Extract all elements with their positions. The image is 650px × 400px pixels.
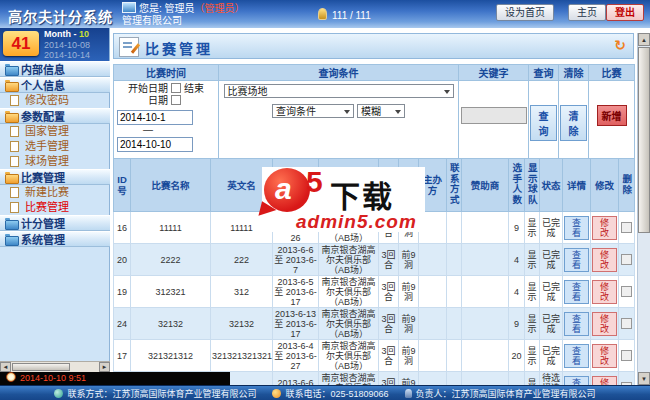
start-date-checkbox[interactable] [171, 83, 181, 93]
fuzzy-select[interactable]: 模糊 [357, 104, 405, 118]
user-role: （管理员） [195, 3, 245, 14]
vertical-scrollbar-thumb[interactable] [638, 47, 650, 233]
cell-contact [447, 212, 462, 244]
view-button[interactable]: 查看 [564, 280, 589, 304]
calendar-month-value: 10 [79, 29, 89, 39]
start-date-input[interactable] [117, 110, 193, 125]
cell-status: 已完成 [540, 276, 563, 308]
start-date-label: 开始日期 [128, 83, 168, 94]
user-info: 您是: 管理员（管理员） 管理有限公司 [122, 2, 245, 27]
edit-button[interactable]: 修改 [592, 280, 617, 304]
scroll-right-arrow-icon[interactable]: ► [99, 362, 110, 372]
cell-id: 17 [114, 340, 131, 372]
edit-button[interactable]: 修改 [592, 312, 617, 336]
sidebar-group[interactable]: 计分管理 [0, 215, 110, 231]
cell-rounds: 3回合 [379, 276, 399, 308]
sidebar-item[interactable]: 比赛管理 [0, 200, 110, 215]
scroll-up-arrow-icon[interactable]: ▲ [638, 33, 650, 46]
sidebar-group[interactable]: 个人信息 [0, 77, 110, 93]
view-button[interactable]: 查看 [564, 344, 589, 368]
sidebar-group[interactable]: 参数配置 [0, 108, 110, 124]
page-icon [10, 187, 19, 198]
sidebar-item[interactable]: 球场管理 [0, 154, 110, 169]
cell-edit: 修改 [591, 276, 619, 308]
delete-checkbox[interactable] [621, 318, 632, 329]
delete-checkbox[interactable] [621, 254, 632, 265]
sidebar-item[interactable]: 选手管理 [0, 139, 110, 154]
cell-id: 16 [114, 212, 131, 244]
search-header-keyword: 关键字 [459, 65, 529, 81]
sidebar-item[interactable]: 修改密码 [0, 93, 110, 108]
logout-button[interactable]: 登出 [606, 4, 644, 21]
sidebar-item[interactable]: 国家管理 [0, 124, 110, 139]
menu-label: 个人信息 [21, 80, 65, 92]
end-date-input[interactable] [117, 137, 193, 152]
cell-delete [619, 340, 635, 372]
cell-contact [447, 244, 462, 276]
document-edit-icon [119, 37, 139, 57]
cell-team-toggle[interactable]: 显示 [525, 308, 540, 340]
venue-select[interactable]: 比赛场地 [224, 84, 454, 98]
menu-label: 比赛管理 [25, 201, 69, 213]
cell-rounds: 3回合 [379, 244, 399, 276]
keyword-input[interactable] [461, 107, 527, 124]
vertical-scrollbar[interactable]: ▲ ▼ [637, 33, 650, 385]
end-date-label-1: 结束 [184, 83, 204, 94]
scroll-down-arrow-icon[interactable]: ▼ [638, 372, 650, 385]
menu-label: 比赛管理 [21, 172, 65, 184]
week-number-badge: 41 [3, 31, 39, 56]
cell-team-toggle[interactable]: 显示 [525, 276, 540, 308]
menu-label: 系统管理 [21, 234, 65, 246]
col-status: 状态 [540, 159, 563, 212]
cell-delete [619, 212, 635, 244]
clear-cell: 清除 [559, 81, 589, 160]
view-button[interactable]: 查看 [564, 312, 589, 336]
cell-view: 查看 [563, 308, 591, 340]
edit-button[interactable]: 修改 [592, 216, 617, 240]
cell-team-toggle[interactable]: 显示 [525, 244, 540, 276]
scrollbar-thumb[interactable] [12, 363, 70, 371]
search-header-time: 比赛时间 [114, 65, 219, 81]
cell-en-name: 222 [211, 244, 273, 276]
view-button[interactable]: 查看 [564, 248, 589, 272]
table-row: 2022222222013-6-6 至 2013-6-7南京银杏湖高尔夫俱乐部（… [114, 244, 635, 276]
end-date-label-2: 日期 [148, 95, 168, 106]
add-match-button[interactable]: 新增 [597, 105, 627, 126]
cell-edit: 修改 [591, 244, 619, 276]
top-header: 高尔夫计分系统 您是: 管理员（管理员） 管理有限公司 111 / 111 设为… [0, 0, 650, 29]
search-body-row: 开始日期结束 日期 — 比赛场地 查询条件 模糊 查询 清除 [114, 81, 635, 160]
refresh-icon[interactable] [614, 37, 626, 53]
add-cell: 新增 [589, 81, 635, 160]
end-date-checkbox[interactable] [171, 95, 181, 105]
page-icon [10, 126, 19, 137]
col-team: 显示球队 [525, 159, 540, 212]
venue-select-value: 比赛场地 [228, 86, 268, 97]
footer-bar: 联系方式：江苏顶高国际体育产业管理有限公司 联系电话：025-51809066 … [0, 385, 650, 400]
set-home-button[interactable]: 设为首页 [496, 4, 554, 21]
watermark-logo-a: a [275, 172, 292, 206]
sidebar-group[interactable]: 内部信息 [0, 61, 110, 77]
search-panel: 比赛时间 查询条件 关键字 查询 清除 比赛 开始日期结束 日期 — 比赛场地 … [113, 64, 635, 160]
sidebar-group[interactable]: 比赛管理 [0, 169, 110, 185]
condition-select[interactable]: 查询条件 [272, 104, 354, 118]
query-button[interactable]: 查询 [530, 105, 557, 141]
cell-id: 24 [114, 308, 131, 340]
cell-en-name: 312 [211, 276, 273, 308]
edit-button[interactable]: 修改 [592, 248, 617, 272]
delete-checkbox[interactable] [621, 350, 632, 361]
clear-button[interactable]: 清除 [560, 105, 587, 141]
sidebar-item[interactable]: 新建比赛 [0, 185, 110, 200]
search-header-clear: 清除 [559, 65, 589, 81]
view-button[interactable]: 查看 [564, 216, 589, 240]
scroll-left-arrow-icon[interactable]: ◄ [0, 362, 11, 372]
sidebar-group[interactable]: 系统管理 [0, 231, 110, 247]
edit-button[interactable]: 修改 [592, 344, 617, 368]
cell-team-toggle[interactable]: 显示 [525, 212, 540, 244]
sidebar-horizontal-scrollbar[interactable]: ◄ ► [0, 361, 110, 372]
page-icon [10, 95, 19, 106]
cell-team-toggle[interactable]: 显示 [525, 340, 540, 372]
delete-checkbox[interactable] [621, 286, 632, 297]
cell-host [419, 308, 447, 340]
delete-checkbox[interactable] [621, 222, 632, 233]
home-button[interactable]: 主页 [568, 4, 606, 21]
